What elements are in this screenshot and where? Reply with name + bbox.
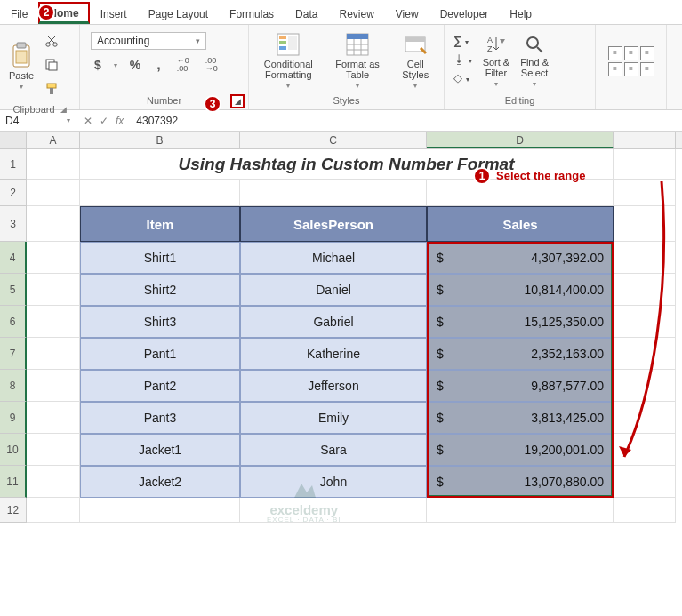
cell-sales[interactable]: $15,125,350.00: [427, 306, 614, 338]
col-header-a[interactable]: A: [27, 132, 80, 148]
cell-e12[interactable]: [614, 498, 676, 523]
row-header-12[interactable]: 12: [0, 498, 27, 523]
fx-icon[interactable]: fx: [116, 115, 124, 127]
cut-button[interactable]: [41, 32, 62, 52]
tab-insert[interactable]: Insert: [90, 4, 138, 24]
sort-filter-button[interactable]: AZ Sort & Filter ▾: [477, 28, 516, 93]
format-as-table-button[interactable]: Format as Table ▾: [330, 28, 385, 93]
tab-file[interactable]: File: [0, 4, 38, 24]
cell-sales[interactable]: $19,200,001.00: [427, 434, 614, 466]
cell-a11[interactable]: [27, 466, 80, 498]
alignment-buttons[interactable]: ≡ ≡ ≡ ≡ ≡ ≡: [608, 46, 654, 76]
number-dialog-launcher[interactable]: ◢: [230, 94, 245, 108]
row-header-4[interactable]: 4: [0, 242, 27, 274]
conditional-formatting-button[interactable]: Conditional Formatting ▾: [259, 28, 318, 93]
cell-d2[interactable]: [427, 180, 614, 206]
cell-salesperson[interactable]: Daniel: [240, 274, 427, 306]
align-top-center-icon[interactable]: ≡: [624, 46, 638, 60]
tab-help[interactable]: Help: [499, 4, 542, 24]
cell-a1[interactable]: [27, 149, 80, 180]
cell-a5[interactable]: [27, 274, 80, 306]
autosum-button[interactable]: ∑ ▾: [450, 32, 476, 49]
cell-salesperson[interactable]: Emily: [240, 402, 427, 434]
cell-a2[interactable]: [27, 180, 80, 206]
cell-e8[interactable]: [614, 370, 676, 402]
cell-a12[interactable]: [27, 498, 80, 523]
enter-icon[interactable]: ✓: [100, 115, 108, 127]
cell-item[interactable]: Pant2: [80, 370, 240, 402]
cell-e9[interactable]: [614, 402, 676, 434]
tab-review[interactable]: Review: [328, 4, 384, 24]
cell-styles-button[interactable]: Cell Styles ▾: [397, 28, 434, 93]
row-header-7[interactable]: 7: [0, 338, 27, 370]
row-header-6[interactable]: 6: [0, 306, 27, 338]
cell-sales[interactable]: $13,070,880.00: [427, 466, 614, 498]
header-salesperson[interactable]: SalesPerson: [240, 206, 427, 242]
cell-sales[interactable]: $4,307,392.00: [427, 242, 614, 274]
cell-b2[interactable]: [80, 180, 240, 206]
align-center-icon[interactable]: ≡: [624, 62, 638, 76]
row-header-3[interactable]: 3: [0, 206, 27, 242]
tab-view[interactable]: View: [385, 4, 429, 24]
cell-a3[interactable]: [27, 206, 80, 242]
cell-e1[interactable]: [614, 149, 676, 180]
percent-button[interactable]: %: [126, 56, 144, 74]
cell-e4[interactable]: [614, 242, 676, 274]
cell-item[interactable]: Jacket2: [80, 466, 240, 498]
copy-button[interactable]: [41, 56, 62, 76]
tab-page-layout[interactable]: Page Layout: [138, 4, 219, 24]
cell-a4[interactable]: [27, 242, 80, 274]
paste-button[interactable]: Paste ▾: [4, 28, 39, 104]
row-header-1[interactable]: 1: [0, 149, 27, 180]
cell-item[interactable]: Jacket1: [80, 434, 240, 466]
header-item[interactable]: Item: [80, 206, 240, 242]
currency-button[interactable]: $: [91, 56, 105, 74]
worksheet-grid[interactable]: A B C D 1 Using Hashtag in Custom Number…: [0, 132, 682, 523]
cell-e3[interactable]: [614, 206, 676, 242]
cell-salesperson[interactable]: Katherine: [240, 338, 427, 370]
tab-formulas[interactable]: Formulas: [219, 4, 285, 24]
cell-item[interactable]: Pant1: [80, 338, 240, 370]
decrease-decimal-button[interactable]: .00→0: [202, 55, 221, 75]
name-box[interactable]: D4 ▾: [0, 115, 76, 127]
cell-a6[interactable]: [27, 306, 80, 338]
cell-e7[interactable]: [614, 338, 676, 370]
cell-salesperson[interactable]: Gabriel: [240, 306, 427, 338]
comma-button[interactable]: ,: [153, 55, 164, 75]
align-left-icon[interactable]: ≡: [608, 62, 622, 76]
cell-c2[interactable]: [240, 180, 427, 206]
cell-salesperson[interactable]: Michael: [240, 242, 427, 274]
cell-salesperson[interactable]: Jefferson: [240, 370, 427, 402]
cell-item[interactable]: Shirt3: [80, 306, 240, 338]
row-header-5[interactable]: 5: [0, 274, 27, 306]
cell-b12[interactable]: [80, 498, 240, 523]
cell-item[interactable]: Shirt1: [80, 242, 240, 274]
align-top-left-icon[interactable]: ≡: [608, 46, 622, 60]
row-header-10[interactable]: 10: [0, 434, 27, 466]
format-painter-button[interactable]: [41, 80, 62, 100]
cancel-icon[interactable]: ✕: [84, 115, 92, 127]
cell-item[interactable]: Pant3: [80, 402, 240, 434]
clear-button[interactable]: ◇ ▾: [450, 69, 476, 86]
cell-sales[interactable]: $10,814,400.00: [427, 274, 614, 306]
align-right-icon[interactable]: ≡: [640, 62, 654, 76]
col-header-b[interactable]: B: [80, 132, 240, 148]
cell-sales[interactable]: $3,813,425.00: [427, 402, 614, 434]
increase-decimal-button[interactable]: ←0.00: [173, 55, 193, 75]
cell-e10[interactable]: [614, 434, 676, 466]
find-select-button[interactable]: Find & Select ▾: [515, 28, 554, 93]
col-header-d[interactable]: D: [427, 132, 614, 148]
cell-item[interactable]: Shirt2: [80, 274, 240, 306]
cell-d12[interactable]: [427, 498, 614, 523]
row-header-8[interactable]: 8: [0, 370, 27, 402]
tab-data[interactable]: Data: [285, 4, 328, 24]
align-top-right-icon[interactable]: ≡: [640, 46, 654, 60]
clipboard-launcher-icon[interactable]: ◢: [60, 105, 67, 114]
cell-sales[interactable]: $2,352,163.00: [427, 338, 614, 370]
row-header-11[interactable]: 11: [0, 466, 27, 498]
col-header-c[interactable]: C: [240, 132, 427, 148]
cell-a7[interactable]: [27, 338, 80, 370]
header-sales[interactable]: Sales: [427, 206, 614, 242]
cell-e5[interactable]: [614, 274, 676, 306]
cell-sales[interactable]: $9,887,577.00: [427, 370, 614, 402]
